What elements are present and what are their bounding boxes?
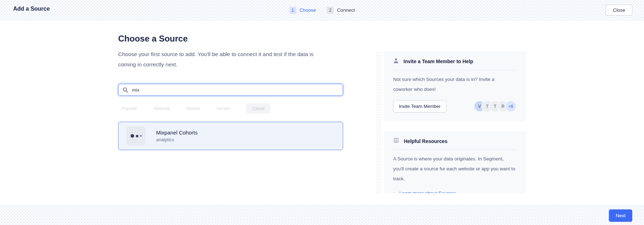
tab-website[interactable]: Website (154, 106, 170, 111)
vertical-divider (376, 51, 381, 193)
tab-popular[interactable]: Popular (121, 106, 137, 111)
step-label: Choose (299, 7, 316, 13)
team-avatars: V T T R +6 (474, 100, 517, 112)
next-button[interactable]: Next (609, 209, 632, 222)
wizard-footer (0, 205, 644, 225)
invite-panel-title: Invite a Team Member to Help (403, 59, 473, 64)
result-text: Mixpanel Cohorts analytics (156, 130, 198, 142)
search-input[interactable] (131, 84, 343, 96)
book-icon (393, 138, 399, 144)
invite-panel: Invite a Team Member to Help Not sure wh… (384, 51, 526, 121)
step-number-badge: 1 (289, 7, 296, 14)
close-button[interactable]: Close (606, 5, 632, 16)
mixpanel-logo-icon (126, 126, 145, 146)
learn-more-sources-link[interactable]: Learn more about Sources (399, 191, 456, 193)
resources-panel-header: Helpful Resources (393, 138, 517, 144)
resources-panel: Helpful Resources A Source is where your… (384, 131, 526, 193)
step-label: Connect (337, 7, 355, 13)
step-choose[interactable]: 1 Choose (289, 7, 316, 14)
page-title: Add a Source (13, 6, 50, 12)
invite-panel-body: Not sure which Sources your data is in? … (393, 75, 510, 94)
result-title: Mixpanel Cohorts (156, 130, 198, 136)
main-description: Choose your first source to add. You’ll … (118, 49, 331, 70)
tab-cloud[interactable]: Cloud (246, 103, 270, 114)
result-category: analytics (156, 137, 198, 142)
invite-team-member-button[interactable]: Invite Team Member (393, 100, 446, 112)
step-connect[interactable]: 2 Connect (327, 7, 355, 14)
invite-row: Invite Team Member V T T R +6 (393, 100, 517, 112)
avatar-overflow-badge: +6 (505, 100, 517, 112)
source-result-mixpanel-cohorts[interactable]: Mixpanel Cohorts analytics (118, 122, 343, 150)
category-tabs: Popular Website Mobile Server Cloud (121, 103, 270, 114)
divider (393, 70, 517, 70)
tab-mobile[interactable]: Mobile (187, 106, 200, 111)
resources-list-item: • Learn more about Sources (393, 190, 517, 193)
user-icon (393, 58, 399, 65)
resources-panel-body: A Source is where your data originates. … (393, 154, 516, 184)
invite-panel-header: Invite a Team Member to Help (393, 58, 517, 65)
tab-server[interactable]: Server (216, 106, 230, 111)
wizard-header: Add a Source 1 Choose 2 Connect Close (0, 0, 644, 21)
bullet-icon: • (393, 190, 395, 193)
search-icon (123, 87, 128, 93)
resources-panel-title: Helpful Resources (404, 138, 447, 144)
wizard-stepper: 1 Choose 2 Connect (289, 0, 355, 20)
main-heading: Choose a Source (118, 34, 188, 44)
source-search-box (118, 84, 343, 96)
divider (393, 149, 517, 150)
step-number-badge: 2 (327, 7, 334, 14)
